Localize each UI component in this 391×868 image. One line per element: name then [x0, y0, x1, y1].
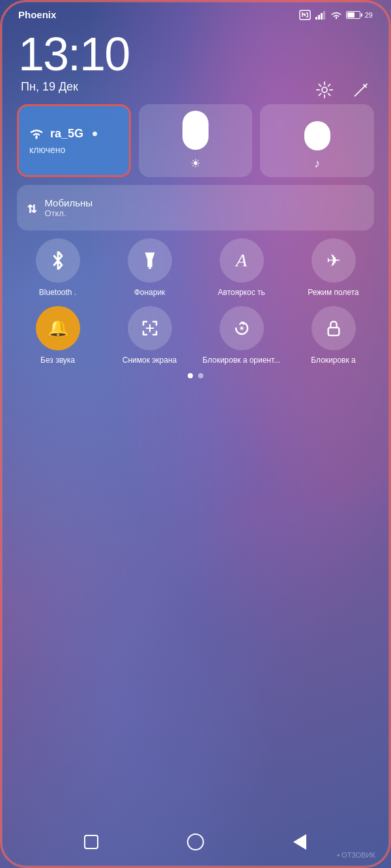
wifi-network-name: ra_5G — [50, 127, 83, 141]
toggle-lock-rotation[interactable]: Блокировк а ориент... — [201, 306, 282, 366]
svg-point-5 — [322, 87, 327, 92]
status-icons: 29 — [299, 10, 373, 20]
svg-rect-1 — [315, 17, 317, 20]
silent-label: Без звука — [40, 356, 75, 366]
battery-percent: 29 — [365, 11, 373, 19]
autobrightness-label: Автояркос ть — [218, 288, 265, 298]
toggle-screenshot[interactable]: Снимок экрана — [109, 306, 190, 366]
bluetooth-circle — [36, 238, 80, 283]
mobile-data-text: Мобильны Откл. — [44, 197, 93, 218]
screenshot-circle — [128, 306, 172, 350]
lock-circle — [311, 306, 356, 350]
mobile-data-subtitle: Откл. — [44, 208, 93, 218]
lock-label: Блокировк а — [311, 356, 355, 366]
clock-time: 13:10 — [18, 31, 373, 77]
svg-rect-13 — [328, 328, 339, 335]
dot-1 — [188, 373, 193, 378]
volume-slider[interactable]: ♪ — [260, 104, 374, 177]
status-bar: Phoenix — [12, 0, 379, 25]
toggle-lock[interactable]: Блокировк а — [293, 306, 374, 366]
recent-icon — [84, 835, 98, 849]
mobile-data-tile[interactable]: ⇅ Мобильны Откл. — [17, 185, 374, 231]
edit-icon[interactable] — [349, 78, 373, 102]
wifi-icon — [29, 128, 44, 139]
svg-rect-2 — [318, 15, 320, 20]
airplane-circle: ✈ — [311, 238, 356, 283]
mobile-data-title: Мобильны — [44, 197, 93, 208]
wifi-status-icon — [330, 10, 342, 20]
toggle-bluetooth[interactable]: Bluetooth . — [17, 238, 98, 298]
svg-point-12 — [240, 327, 242, 329]
volume-fill — [304, 121, 330, 150]
screenshot-label: Снимок экрана — [123, 356, 177, 366]
bluetooth-label: Bluetooth . — [39, 288, 76, 298]
signal-icon — [315, 10, 326, 20]
brightness-fill — [182, 111, 209, 150]
dot-2 — [198, 373, 203, 378]
top-controls-row: ra_5G ключено ☀ ♪ — [17, 104, 374, 177]
svg-rect-3 — [321, 13, 323, 20]
nav-home-button[interactable] — [181, 828, 210, 856]
top-right-icons — [313, 78, 373, 102]
toggle-flashlight[interactable]: Фонарик — [109, 238, 190, 298]
svg-rect-7 — [147, 260, 152, 267]
flashlight-label: Фонарик — [134, 288, 166, 298]
wifi-tile[interactable]: ra_5G ключено — [17, 104, 131, 177]
battery-indicator: 29 — [346, 11, 373, 19]
airplane-label: Режим полета — [308, 288, 359, 298]
lock-rotation-circle — [220, 306, 264, 350]
bottom-navigation — [0, 828, 391, 856]
nfc-icon — [299, 10, 311, 20]
brightness-slider[interactable]: ☀ — [139, 104, 253, 177]
carrier-text: Phoenix — [18, 9, 56, 20]
screen-content: Phoenix — [0, 0, 391, 868]
wifi-status-text: ключено — [29, 145, 119, 155]
home-icon — [187, 833, 204, 850]
svg-rect-4 — [323, 11, 325, 20]
svg-marker-6 — [145, 253, 154, 260]
mobile-data-icon: ⇅ — [27, 199, 36, 217]
toggle-airplane[interactable]: ✈ Режим полета — [293, 238, 374, 298]
control-panel: ra_5G ключено ☀ ♪ ⇅ Мобильны — [17, 104, 374, 378]
toggle-autobrightness[interactable]: A Автояркос ть — [201, 238, 282, 298]
silent-circle: 🔔 — [36, 306, 80, 350]
lock-rotation-label: Блокировк а ориент... — [203, 356, 280, 366]
nav-back-button[interactable] — [285, 828, 314, 856]
wifi-dot — [93, 132, 97, 136]
watermark: • ОТЗОВИК — [337, 851, 375, 859]
settings-icon[interactable] — [313, 78, 336, 102]
toggle-grid-row2: 🔔 Без звука Снимок экрана — [17, 306, 374, 366]
volume-icon: ♪ — [314, 157, 320, 171]
toggle-silent[interactable]: 🔔 Без звука — [17, 306, 98, 366]
brightness-icon: ☀ — [190, 156, 201, 171]
back-icon — [293, 834, 306, 850]
svg-rect-8 — [149, 267, 151, 269]
pagination-dots — [17, 373, 374, 378]
nav-recent-button[interactable] — [77, 828, 106, 856]
toggle-grid-row1: Bluetooth . Фонарик A Автояркос ть ✈ — [17, 238, 374, 298]
flashlight-circle — [128, 238, 172, 283]
autobrightness-circle: A — [220, 238, 264, 283]
